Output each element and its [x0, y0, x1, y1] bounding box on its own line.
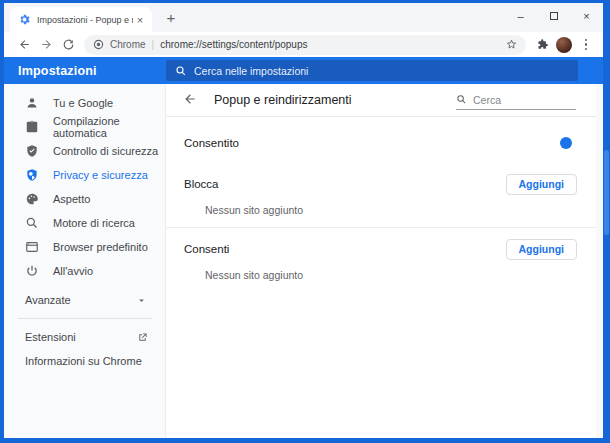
settings-header: Impostazioni	[4, 57, 603, 84]
page-header: Popup e reindirizzamenti	[166, 84, 596, 117]
page-badge-icon	[93, 39, 104, 50]
allow-empty-text: Nessun sito aggiunto	[166, 266, 596, 284]
browser-toolbar: Chrome | chrome://settings/content/popup…	[4, 32, 603, 57]
sidebar-item-compilazione-automatica[interactable]: Compilazione automatica	[4, 115, 165, 139]
clipboard-icon	[25, 120, 39, 134]
reload-icon	[62, 38, 75, 51]
bookmark-star-icon[interactable]	[505, 38, 518, 51]
toggle-label: Consentito	[184, 137, 239, 149]
forward-icon	[40, 38, 53, 51]
menu-dots-icon	[585, 39, 588, 51]
allow-section-header: Consenti Aggiungi	[166, 234, 596, 264]
scrollbar-thumb[interactable]	[604, 150, 609, 235]
settings-sidebar: Tu e Google Compilazione automatica Cont…	[4, 84, 166, 438]
browser-window: Impostazioni - Popup e reindirizzamenti …	[4, 3, 603, 438]
block-add-button[interactable]: Aggiungi	[506, 174, 578, 195]
sidebar-item-label: Privacy e sicurezza	[53, 169, 148, 181]
tab-title: Impostazioni - Popup e reindirizzamenti	[37, 15, 133, 25]
sidebar-item-label: Compilazione automatica	[53, 115, 165, 139]
back-icon	[18, 38, 31, 51]
sidebar-item-controllo-di-sicurezza[interactable]: Controllo di sicurezza	[4, 139, 165, 163]
toggle-thumb	[560, 137, 572, 149]
url-text: chrome://settings/content/popups	[160, 39, 505, 50]
block-section: Blocca Aggiungi Nessun sito aggiunto	[166, 169, 596, 219]
advanced-label: Avanzate	[25, 294, 71, 306]
block-empty-text: Nessun sito aggiunto	[166, 201, 596, 219]
scrollbar-track	[596, 84, 603, 438]
search-icon	[456, 94, 467, 105]
back-arrow-icon	[183, 92, 197, 106]
allow-add-button[interactable]: Aggiungi	[506, 239, 578, 260]
sidebar-item-label: Tu e Google	[53, 97, 113, 109]
external-link-icon	[137, 332, 148, 343]
privacy-shield-icon	[25, 168, 39, 182]
active-tab[interactable]: Impostazioni - Popup e reindirizzamenti …	[10, 7, 152, 32]
allow-section: Consenti Aggiungi Nessun sito aggiunto	[166, 228, 596, 284]
new-tab-button[interactable]: +	[160, 7, 182, 29]
settings-body: Tu e Google Compilazione automatica Cont…	[4, 84, 603, 438]
back-button[interactable]	[13, 34, 35, 56]
page-search-input[interactable]	[473, 94, 576, 106]
url-prefix: Chrome	[110, 39, 146, 50]
page-search-box[interactable]	[456, 91, 576, 110]
tab-close-icon[interactable]: ×	[133, 13, 147, 27]
url-separator: |	[152, 39, 155, 50]
browser-icon	[25, 240, 39, 254]
sidebar-item-tu-e-google[interactable]: Tu e Google	[4, 91, 165, 115]
block-section-header: Blocca Aggiungi	[166, 169, 596, 199]
footer-item-label: Informazioni su Chrome	[25, 355, 142, 367]
minimize-button[interactable]: –	[504, 3, 537, 28]
sidebar-item-allavvio[interactable]: All'avvio	[4, 259, 165, 283]
sidebar-item-browser-predefinito[interactable]: Browser predefinito	[4, 235, 165, 259]
forward-button[interactable]	[35, 34, 57, 56]
person-icon	[25, 96, 39, 110]
sidebar-divider	[18, 318, 152, 319]
search-icon	[25, 216, 39, 230]
address-bar[interactable]: Chrome | chrome://settings/content/popup…	[84, 35, 526, 55]
sidebar-item-label: All'avvio	[53, 265, 93, 277]
sidebar-item-informazioni-su-chrome[interactable]: Informazioni su Chrome	[4, 349, 165, 373]
reload-button[interactable]	[57, 34, 79, 56]
extensions-puzzle-icon	[536, 38, 549, 51]
section-title: Consenti	[184, 243, 229, 255]
search-icon	[175, 65, 187, 77]
maximize-icon	[550, 12, 558, 20]
shield-check-icon	[25, 144, 39, 158]
browser-menu-button[interactable]	[575, 34, 597, 56]
settings-gear-icon	[18, 13, 31, 26]
sidebar-item-label: Browser predefinito	[53, 241, 148, 253]
allowed-toggle-row: Consentito	[166, 117, 596, 169]
footer-item-label: Estensioni	[25, 331, 76, 343]
sidebar-item-label: Aspetto	[53, 193, 90, 205]
sidebar-item-label: Controllo di sicurezza	[53, 145, 158, 157]
palette-icon	[25, 192, 39, 206]
profile-avatar[interactable]	[556, 37, 572, 53]
sidebar-item-estensioni[interactable]: Estensioni	[4, 325, 165, 349]
settings-search-input[interactable]	[194, 65, 569, 77]
sidebar-advanced-toggle[interactable]: Avanzate	[4, 288, 165, 312]
window-controls: – ×	[504, 3, 603, 28]
page-title: Popup e reindirizzamenti	[214, 93, 456, 107]
sidebar-item-label: Motore di ricerca	[53, 217, 135, 229]
sidebar-item-privacy-e-sicurezza[interactable]: Privacy e sicurezza	[4, 163, 165, 187]
extensions-button[interactable]	[531, 34, 553, 56]
settings-search-box[interactable]	[166, 60, 578, 81]
maximize-button[interactable]	[537, 3, 570, 28]
popups-toggle[interactable]	[551, 139, 571, 147]
tab-strip: Impostazioni - Popup e reindirizzamenti …	[4, 3, 603, 32]
close-button[interactable]: ×	[570, 3, 603, 28]
window-frame: Impostazioni - Popup e reindirizzamenti …	[0, 0, 610, 443]
sidebar-item-aspetto[interactable]: Aspetto	[4, 187, 165, 211]
sidebar-item-motore-di-ricerca[interactable]: Motore di ricerca	[4, 211, 165, 235]
power-icon	[25, 264, 39, 278]
chevron-down-icon	[137, 296, 146, 305]
page-back-button[interactable]	[183, 92, 199, 108]
settings-content: Popup e reindirizzamenti Consentito	[166, 84, 596, 438]
settings-title: Impostazioni	[4, 64, 166, 78]
section-title: Blocca	[184, 178, 219, 190]
